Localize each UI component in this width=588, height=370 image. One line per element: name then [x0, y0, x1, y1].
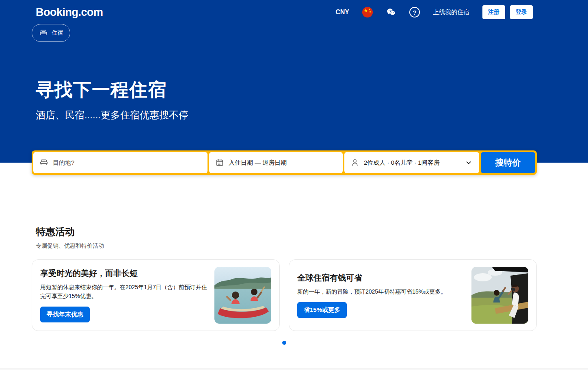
person-icon: [350, 158, 359, 167]
register-button[interactable]: 注册: [482, 5, 505, 19]
offer-card-early-2025[interactable]: 全球住宿有钱可省 新的一年，新的冒险，预订2025年初特惠可省15%或更多。 省…: [289, 259, 537, 331]
booking-logo[interactable]: Booking.com: [36, 6, 103, 19]
question-icon: ?: [409, 7, 420, 17]
offer-card-text: 享受时光的美好，而非长短 用短暂的休息来结束你的一年。在2025年1月7日（含）…: [40, 268, 207, 322]
offer-cta-button[interactable]: 省15%或更多: [297, 302, 347, 318]
search-button[interactable]: 搜特价: [481, 152, 535, 173]
footer-divider: [0, 368, 588, 370]
search-bar: 目的地? 入住日期 — 退房日期: [32, 150, 537, 175]
carousel-dot[interactable]: [282, 341, 286, 345]
canoe-photo: [214, 267, 271, 324]
bed-icon: [39, 28, 48, 37]
destination-input[interactable]: 目的地?: [33, 152, 208, 173]
safari-photo: [471, 267, 528, 324]
dates-label: 入住日期 — 退房日期: [229, 159, 287, 167]
offer-card-year-end[interactable]: 享受时光的美好，而非长短 用短暂的休息来结束你的一年。在2025年1月7日（含）…: [32, 259, 280, 331]
offer-card-text: 全球住宿有钱可省 新的一年，新的冒险，预订2025年初特惠可省15%或更多。 省…: [297, 272, 446, 318]
language-selector[interactable]: ★ ★ ★: [362, 7, 373, 17]
bed-icon: [39, 158, 48, 167]
offer-cta-button[interactable]: 寻找年末优惠: [40, 307, 90, 322]
offer-card-body: 新的一年，新的冒险，预订2025年初特惠可省15%或更多。: [297, 287, 446, 296]
hero-subtitle: 酒店、民宿......更多住宿优惠搜不停: [36, 109, 537, 122]
offer-card-body: 用短暂的休息来结束你的一年。在2025年1月7日（含）前预订并住完可享至少15%…: [40, 283, 207, 300]
signin-button[interactable]: 登录: [510, 5, 533, 19]
destination-placeholder: 目的地?: [53, 159, 74, 167]
wechat-icon: [386, 7, 396, 17]
hero-title: 寻找下一程住宿: [36, 78, 537, 102]
help-button[interactable]: ?: [409, 7, 420, 17]
booking-homepage: Booking.com CNY ★ ★ ★: [0, 0, 588, 370]
flag-star-large: ★: [363, 8, 368, 13]
occupancy-label: 2位成人 · 0名儿童 · 1间客房: [364, 159, 460, 167]
occupancy-selector[interactable]: 2位成人 · 0名儿童 · 1间客房: [344, 152, 479, 173]
chevron-down-icon: [464, 158, 473, 167]
nav-tab-stays-label: 住宿: [52, 29, 63, 37]
hero-section: Booking.com CNY ★ ★ ★: [0, 0, 588, 163]
dates-input[interactable]: 入住日期 — 退房日期: [209, 152, 343, 173]
product-nav: 住宿: [32, 19, 537, 42]
auth-buttons: 注册 登录: [482, 5, 533, 19]
carousel-dots: [32, 341, 537, 345]
calendar-icon: [215, 158, 224, 167]
wechat-button[interactable]: [386, 7, 396, 17]
china-flag-icon: ★ ★ ★: [362, 7, 373, 17]
offers-subtitle: 专属促销、优惠和特价活动: [32, 242, 537, 250]
topbar-actions: CNY ★ ★ ★: [335, 5, 533, 19]
offer-cards: 享受时光的美好，而非长短 用短暂的休息来结束你的一年。在2025年1月7日（含）…: [32, 259, 537, 331]
offers-section: 特惠活动 专属促销、优惠和特价活动 享受时光的美好，而非长短 用短暂的休息来结束…: [32, 163, 537, 345]
searchbar-wrap: 目的地? 入住日期 — 退房日期: [0, 150, 588, 175]
top-navigation: Booking.com CNY ★ ★ ★: [32, 0, 537, 19]
offers-title: 特惠活动: [32, 225, 537, 238]
flag-star-small: ★: [369, 11, 371, 13]
hero-text: 寻找下一程住宿 酒店、民宿......更多住宿优惠搜不停: [32, 78, 537, 122]
list-property-link[interactable]: 上线我的住宿: [433, 9, 469, 16]
offer-card-title: 享受时光的美好，而非长短: [40, 268, 207, 279]
nav-tab-stays[interactable]: 住宿: [32, 24, 70, 42]
currency-selector[interactable]: CNY: [335, 9, 349, 16]
offer-card-title: 全球住宿有钱可省: [297, 272, 446, 283]
